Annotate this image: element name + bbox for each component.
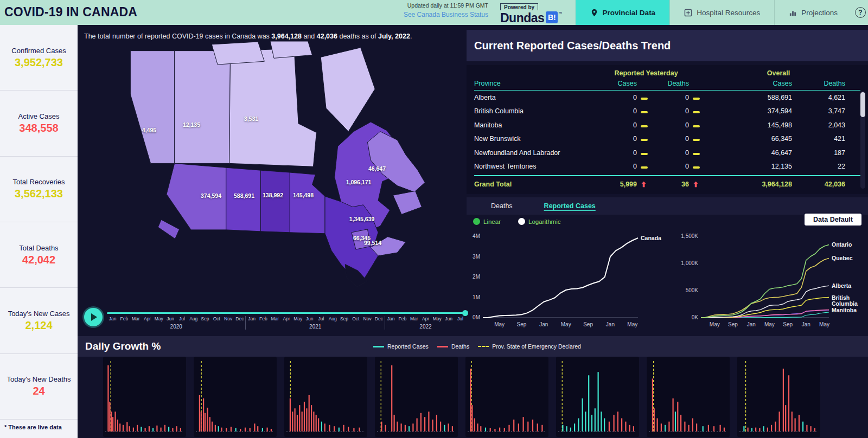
table-scrollbar-thumb[interactable] (860, 92, 865, 117)
daily-growth-header: Daily Growth % Reported CasesDeathsProv.… (78, 336, 868, 357)
vancouver-island[interactable] (158, 220, 179, 239)
summary-sentence: The total number of reported COVID-19 ca… (84, 33, 464, 40)
svg-text:May: May (764, 321, 775, 327)
series-canada (483, 238, 638, 318)
timeline-month: Oct (211, 316, 222, 321)
no-change-dash-icon (693, 139, 700, 141)
stat-label: Today's New Deaths (7, 375, 71, 383)
province-northwest-territories[interactable] (175, 51, 231, 164)
cell: 66,345 (712, 135, 792, 143)
dundas-logo: Powered by Dundas B! ™ (500, 2, 562, 24)
stat-label: Today's New Cases (8, 310, 70, 318)
arctic-island[interactable] (270, 41, 312, 58)
table-row[interactable]: Newfoundland And Labrador0046,647187 (474, 146, 860, 160)
timeline-year-label: 2021 (246, 324, 384, 330)
table-group-headers: Reported Yesterday Overall (474, 69, 860, 78)
svg-text:May: May (627, 321, 637, 327)
daily-growth-chart-2[interactable] (194, 357, 277, 437)
trend-table: Reported Yesterday Overall Province Case… (467, 65, 868, 194)
province-manitoba[interactable] (290, 172, 325, 234)
cell: 0 (659, 149, 689, 157)
logarithmic-radio[interactable]: Logarithmic (518, 218, 560, 225)
baffin-island[interactable] (321, 48, 375, 132)
table-row[interactable]: New Brunswick0066,345421 (474, 132, 860, 146)
svg-text:Jan: Jan (802, 321, 810, 327)
cell: 145,498 (712, 121, 792, 129)
stat-label: Total Recoveries (12, 178, 65, 186)
victoria-island[interactable] (212, 42, 264, 65)
table-row[interactable]: Alberta00588,6914,621 (474, 91, 860, 105)
legend-swatch (437, 346, 448, 347)
play-button[interactable] (84, 308, 103, 326)
newfoundland-island[interactable] (393, 191, 422, 214)
province-saskatchewan[interactable] (260, 170, 290, 233)
timeline-month: Jan (107, 316, 118, 321)
no-change-dash-icon (693, 125, 700, 127)
cell: 46,647 (712, 149, 792, 157)
timeline-month: Oct (350, 316, 361, 321)
tab-reported-cases[interactable]: Reported Cases (544, 202, 596, 210)
top-bar: COVID-19 IN CANADA Updated daily at 11:5… (0, 0, 868, 25)
trend-table-body: Alberta00588,6914,621British Columbia003… (474, 91, 860, 173)
daily-growth-chart-5[interactable] (465, 357, 548, 437)
legend-label: Deaths (451, 343, 469, 350)
timeline-month: Jan (246, 316, 257, 321)
daily-growth-chart-4[interactable] (375, 357, 458, 437)
table-row[interactable]: Northwest Territories0012,13522 (474, 160, 860, 174)
table-row[interactable]: British Columbia00374,5943,747 (474, 105, 860, 119)
cell: 22 (792, 163, 845, 170)
province-nunavut[interactable] (229, 49, 317, 167)
timeline-month: Dec (373, 316, 385, 321)
no-change-dash-icon (641, 153, 648, 155)
col-overall-deaths: Deaths (792, 80, 845, 87)
timeline-month: Dec (234, 316, 245, 321)
no-change-dash-icon (641, 125, 648, 127)
daily-growth-chart-3[interactable] (284, 357, 367, 437)
province-yukon[interactable] (130, 51, 174, 164)
cell: 0 (603, 149, 637, 157)
up-arrow-icon: ⬆ (693, 181, 699, 189)
cell: 3,747 (792, 107, 845, 115)
timeline-year-2020: JanFebMarAprMayJunJulAugSepOctNovDec2020 (107, 316, 245, 330)
header-tabs: Provincial DataHospital ResourcesProject… (576, 0, 852, 25)
map-legend: Reported CasesDeathsProv. State of Emerg… (373, 336, 581, 357)
timeline-groups: JanFebMarAprMayJunJulAugSepOctNovDec2020… (107, 316, 466, 330)
daily-growth-chart-7[interactable] (647, 357, 730, 437)
table-scrollbar-track[interactable] (860, 91, 865, 189)
cell: 421 (792, 135, 845, 143)
timeline-month: Nov (222, 316, 234, 321)
svg-text:Sep: Sep (728, 321, 738, 327)
data-default-button[interactable]: Data Default (803, 212, 863, 227)
daily-growth-chart-6[interactable] (556, 357, 639, 437)
legend-swatch (478, 346, 489, 347)
daily-growth-chart-1[interactable] (103, 357, 186, 437)
timeline-month: Aug (327, 316, 339, 321)
no-change-dash-icon (693, 111, 700, 113)
table-row[interactable]: Manitoba00145,4982,043 (474, 118, 860, 132)
svg-text:May: May (561, 321, 571, 327)
cell: Northwest Territories (474, 163, 603, 170)
cell: New Brunswick (474, 135, 603, 143)
trend-panel: Current Reported Cases/Deaths Trend Repo… (467, 25, 868, 336)
tab-deaths[interactable]: Deaths (491, 202, 513, 210)
powered-by-label: Powered by (500, 3, 538, 10)
table-column-headers: Province Cases Deaths Cases Deaths (474, 78, 860, 91)
tab-hospital-resources[interactable]: Hospital Resources (669, 0, 774, 25)
timeline-month: Nov (361, 316, 373, 321)
cell: 0 (659, 135, 689, 143)
up-arrow-icon: ⬆ (641, 181, 647, 189)
trend-charts: 0M1M2M3M4MMaySepJanMaySepJanMayCanada 0K… (467, 232, 868, 335)
tab-projections[interactable]: Projections (774, 0, 852, 25)
province-british-columbia[interactable] (167, 163, 226, 230)
linear-radio[interactable]: Linear (473, 218, 501, 225)
svg-text:Sep: Sep (517, 321, 527, 327)
tab-provincial-data[interactable]: Provincial Data (576, 0, 670, 25)
help-icon[interactable]: ? (855, 7, 866, 18)
series-ontario (701, 244, 829, 318)
canada-business-status-link[interactable]: See Canada Business Status (404, 11, 488, 18)
province-alberta[interactable] (226, 168, 261, 231)
timeline-track[interactable] (107, 312, 466, 314)
svg-text:1,000K: 1,000K (681, 260, 698, 266)
legend-label: Reported Cases (387, 343, 429, 350)
daily-growth-chart-8[interactable] (737, 357, 820, 437)
